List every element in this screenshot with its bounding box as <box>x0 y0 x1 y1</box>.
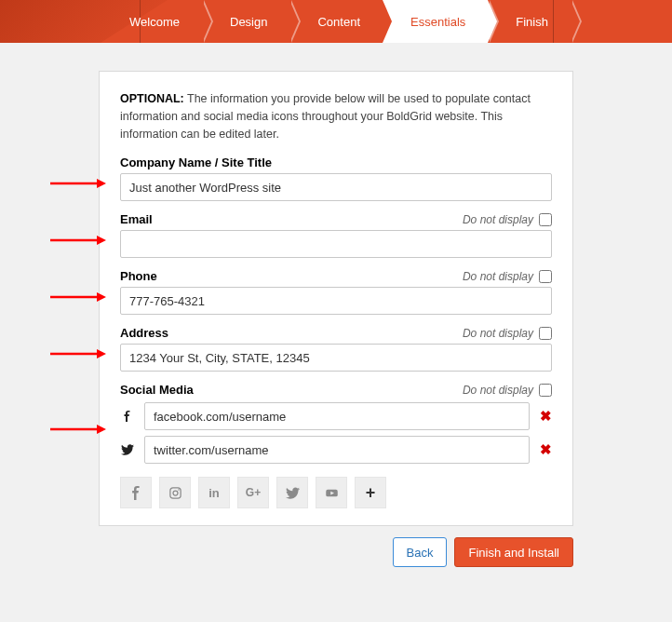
wizard-steps: Welcome Design Content Essentials Finish <box>0 0 672 43</box>
twitter-input[interactable] <box>144 436 530 464</box>
email-input[interactable] <box>120 230 552 258</box>
add-linkedin-icon[interactable]: in <box>198 477 230 508</box>
social-icon-picker: in G+ + <box>120 477 552 508</box>
remove-facebook[interactable]: ✖ <box>539 408 552 425</box>
svg-marker-3 <box>97 236 106 245</box>
twitter-icon <box>120 443 135 456</box>
form-card: OPTIONAL: The information you provide be… <box>99 71 573 526</box>
phone-dnd[interactable]: Do not display <box>463 270 552 283</box>
email-dnd-checkbox[interactable] <box>539 213 552 226</box>
company-input[interactable] <box>120 173 552 201</box>
step-finish[interactable]: Finish <box>488 0 571 43</box>
email-dnd[interactable]: Do not display <box>463 213 552 226</box>
address-input[interactable] <box>120 344 552 372</box>
social-dnd[interactable]: Do not display <box>463 384 552 397</box>
back-button[interactable]: Back <box>393 537 448 567</box>
add-youtube-icon[interactable] <box>316 477 347 508</box>
social-dnd-checkbox[interactable] <box>539 384 552 397</box>
address-dnd-checkbox[interactable] <box>539 327 552 340</box>
add-googleplus-icon[interactable]: G+ <box>237 477 269 508</box>
svg-marker-1 <box>97 179 106 188</box>
add-facebook-icon[interactable] <box>120 477 152 508</box>
svg-marker-7 <box>97 349 106 358</box>
svg-marker-5 <box>97 292 106 302</box>
add-instagram-icon[interactable] <box>159 477 191 508</box>
address-dnd[interactable]: Do not display <box>463 327 552 340</box>
phone-dnd-checkbox[interactable] <box>539 270 552 283</box>
step-essentials[interactable]: Essentials <box>383 0 488 43</box>
svg-point-12 <box>178 489 180 491</box>
add-twitter-icon[interactable] <box>276 477 308 508</box>
finish-install-button[interactable]: Finish and Install <box>454 537 573 567</box>
svg-point-11 <box>173 491 178 495</box>
step-content[interactable]: Content <box>289 0 383 43</box>
add-more-icon[interactable]: + <box>355 477 386 508</box>
remove-twitter[interactable]: ✖ <box>539 441 552 458</box>
step-design[interactable]: Design <box>202 0 289 43</box>
address-label: Address <box>120 326 168 340</box>
facebook-input[interactable] <box>144 402 530 430</box>
phone-input[interactable] <box>120 287 552 315</box>
facebook-icon <box>120 410 135 423</box>
company-label: Company Name / Site Title <box>120 156 272 169</box>
intro-text: OPTIONAL: The information you provide be… <box>120 90 552 142</box>
svg-marker-9 <box>97 425 106 434</box>
social-label: Social Media <box>120 383 194 397</box>
email-label: Email <box>120 212 153 226</box>
form-actions: Back Finish and Install <box>99 537 573 567</box>
step-welcome[interactable]: Welcome <box>101 0 202 43</box>
phone-label: Phone <box>120 269 157 283</box>
